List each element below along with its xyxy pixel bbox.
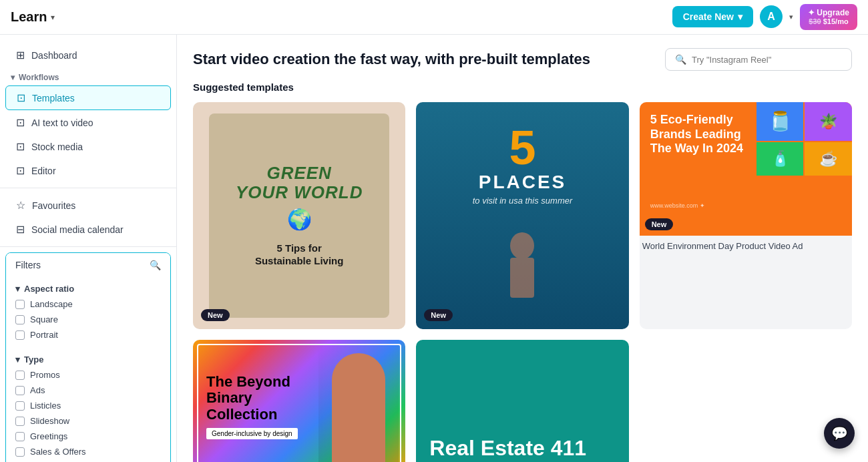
aspect-ratio-title[interactable]: ▾ Aspect ratio: [15, 280, 161, 296]
sales-checkbox[interactable]: [15, 447, 25, 457]
content-area: Start video creation the fast way, with …: [177, 35, 868, 462]
template-card-eco-brands[interactable]: 5 Eco-Friendly Brands Leading The Way In…: [640, 102, 852, 329]
upgrade-label: ✦ Upgrade: [808, 8, 849, 17]
card2-person-shape: [495, 226, 549, 308]
card2-subtitle: to visit in usa this summer: [473, 196, 573, 206]
create-new-button[interactable]: Create New ▾: [672, 6, 753, 27]
filter-greetings[interactable]: Greetings: [15, 429, 161, 444]
landscape-label: Landscape: [30, 299, 73, 309]
filter-promos[interactable]: Promos: [15, 367, 161, 383]
portrait-checkbox[interactable]: [15, 330, 25, 340]
card3-cell-2: 🪴: [805, 102, 852, 141]
type-title[interactable]: ▾ Type: [15, 351, 161, 367]
template-card-real-estate[interactable]: Real Estate 411 Real Estate 411: [416, 340, 628, 462]
card3-cell-3: 🧴: [756, 142, 804, 176]
sidebar-item-favourites[interactable]: ☆ Favourites: [5, 194, 171, 217]
card1-subtitle: 5 Tips forSustainable Living: [255, 242, 344, 268]
portrait-label: Portrait: [30, 330, 58, 340]
sidebar-item-editor[interactable]: ⊡ Editor: [5, 159, 171, 182]
filter-slideshow[interactable]: Slideshow: [15, 413, 161, 429]
card3-cell-1: 🫙: [756, 102, 804, 141]
avatar-button[interactable]: A: [760, 5, 783, 28]
card-visual-4: The Beyond Binary Collection Gender-incl…: [193, 340, 405, 462]
card-visual-2: 5 PLACES to visit in usa this summer New: [416, 102, 628, 329]
filter-landscape[interactable]: Landscape: [15, 296, 161, 312]
greetings-checkbox[interactable]: [15, 432, 25, 441]
filter-sales-offers[interactable]: Sales & Offers: [15, 444, 161, 459]
chat-icon: 💬: [831, 425, 848, 441]
filters-search-icon[interactable]: 🔍: [150, 260, 161, 270]
ads-checkbox[interactable]: [15, 386, 25, 395]
sidebar-item-label: Editor: [31, 166, 56, 176]
card4-text: The Beyond Binary Collection: [206, 374, 318, 423]
template-card-pride-fashion[interactable]: The Beyond Binary Collection Gender-incl…: [193, 340, 405, 462]
slideshow-label: Slideshow: [30, 416, 69, 426]
aspect-ratio-chevron-icon: ▾: [15, 284, 20, 294]
new-badge-3: New: [645, 218, 674, 230]
templates-icon: ⊡: [17, 91, 25, 104]
card2-number: 5: [509, 124, 535, 172]
filter-square[interactable]: Square: [15, 312, 161, 327]
avatar-chevron-icon[interactable]: ▾: [789, 13, 793, 21]
sidebar-item-dashboard[interactable]: ⊞ Dashboard: [5, 43, 171, 67]
workflows-section: ▾ Workflows: [0, 67, 176, 85]
page-title: Start video creation the fast way, with …: [193, 51, 590, 68]
card3-cell-4: ☕: [805, 142, 852, 176]
filters-header: Filters 🔍: [6, 253, 170, 277]
sidebar-item-social-calendar[interactable]: ⊟ Social media calendar: [5, 218, 171, 241]
new-badge-1: New: [201, 309, 230, 321]
dashboard-icon: ⊞: [16, 49, 25, 61]
svg-point-0: [510, 232, 534, 259]
landscape-checkbox[interactable]: [15, 300, 25, 309]
filter-ads[interactable]: Ads: [15, 383, 161, 398]
card5-text: Real Estate 411: [429, 437, 586, 460]
square-checkbox[interactable]: [15, 315, 25, 324]
chat-bubble[interactable]: 💬: [824, 418, 855, 449]
card2-places: PLACES: [479, 172, 567, 193]
nav-right-actions: Create New ▾ A ▾ ✦ Upgrade $30 $15/mo: [672, 4, 857, 31]
template-card-5-places[interactable]: 5 PLACES to visit in usa this summer New: [416, 102, 628, 329]
filter-portrait[interactable]: Portrait: [15, 327, 161, 342]
card1-earth-icon: 🌍: [287, 208, 312, 231]
app-logo: Learn: [11, 9, 47, 25]
upgrade-button[interactable]: ✦ Upgrade $30 $15/mo: [800, 4, 857, 31]
sidebar-item-ai-text-video[interactable]: ⊡ AI text to video: [5, 111, 171, 134]
sidebar-item-templates[interactable]: ⊡ Templates: [5, 85, 171, 110]
sales-label: Sales & Offers: [30, 447, 86, 457]
search-box[interactable]: 🔍: [665, 48, 852, 71]
template-card-green-world[interactable]: GreenYour World 🌍 5 Tips forSustainable …: [193, 102, 405, 329]
ai-text-icon: ⊡: [16, 116, 25, 129]
card1-green-text: GreenYour World: [236, 164, 363, 202]
new-badge-2: New: [424, 309, 453, 321]
filter-listicles[interactable]: Listicles: [15, 398, 161, 413]
card-visual-5: Real Estate 411: [416, 340, 628, 462]
sidebar-item-label: Dashboard: [31, 50, 77, 61]
suggested-templates-label: Suggested templates: [193, 81, 852, 93]
stock-media-icon: ⊡: [16, 140, 25, 153]
sidebar-social-label: Social media calendar: [31, 224, 124, 235]
card3-website: www.website.com ✦: [650, 202, 705, 209]
create-new-chevron-icon: ▾: [738, 11, 742, 22]
upgrade-price: $30 $15/mo: [809, 17, 848, 26]
ads-label: Ads: [30, 385, 45, 395]
main-area: ⊞ Dashboard ▾ Workflows ⊡ Templates ⊡ AI…: [0, 35, 868, 462]
promos-checkbox[interactable]: [15, 371, 25, 380]
filter-motion-posters[interactable]: Motion Posters: [15, 459, 161, 462]
promos-label: Promos: [30, 370, 60, 380]
avatar-letter: A: [767, 11, 775, 23]
card3-text: 5 Eco-Friendly Brands Leading The Way In…: [650, 113, 755, 156]
top-navigation: Learn ▾ Create New ▾ A ▾ ✦ Upgrade $30 $…: [0, 0, 868, 35]
slideshow-checkbox[interactable]: [15, 417, 25, 426]
listicles-checkbox[interactable]: [15, 401, 25, 411]
favourites-icon: ☆: [16, 199, 25, 212]
logo-area[interactable]: Learn ▾: [11, 9, 55, 25]
sidebar-item-label: Templates: [32, 93, 75, 103]
card4-sub: Gender-inclusive by design: [206, 428, 298, 439]
greetings-label: Greetings: [30, 431, 67, 441]
templates-grid: GreenYour World 🌍 5 Tips forSustainable …: [193, 102, 852, 462]
workflows-chevron-icon: ▾: [11, 73, 15, 82]
sidebar-item-stock-media[interactable]: ⊡ Stock media: [5, 135, 171, 158]
create-new-label: Create New: [683, 11, 734, 22]
search-input[interactable]: [692, 55, 842, 65]
sidebar-item-label: AI text to video: [31, 118, 93, 128]
